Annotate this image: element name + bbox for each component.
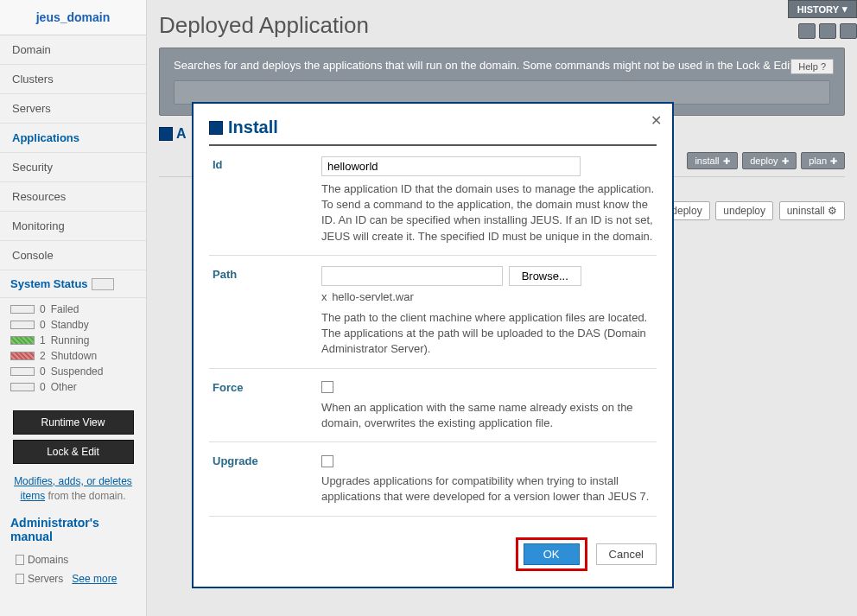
row-path: Path Browse... x hello-servlet.war The p… [209,256,657,369]
status-suspended: 0Suspended [10,364,136,379]
path-desc: The path to the client machine where app… [321,310,657,358]
nav-security[interactable]: Security [0,153,146,182]
nav-servers[interactable]: Servers [0,94,146,124]
label-path: Path [209,266,321,358]
status-other: 0Other [10,379,136,395]
row-force: Force When an application with the same … [209,369,657,443]
status-running: 1Running [10,333,136,348]
plus-icon: ✚ [830,156,837,166]
row-id: Id The application ID that the domain us… [209,146,657,256]
lock-edit-button[interactable]: Lock & Edit [13,440,134,464]
help-icon: ? [821,61,826,72]
runtime-view-button[interactable]: Runtime View [13,410,134,435]
square-icon [209,121,223,135]
plan-button[interactable]: plan✚ [801,152,845,169]
cancel-button[interactable]: Cancel [596,543,657,565]
manual-servers[interactable]: Servers See more [0,569,146,588]
row-upgrade: Upgrade Upgrades applications for compat… [209,442,657,517]
gear-icon: ⚙ [828,205,837,217]
refresh-icon[interactable] [92,278,114,290]
help-button[interactable]: Help ? [790,59,834,74]
force-checkbox[interactable] [321,381,333,393]
deploy-button[interactable]: deploy✚ [742,152,796,169]
doc-icon [16,555,24,565]
search-row[interactable] [174,80,830,105]
doc-icon [16,574,24,584]
export-icon[interactable] [840,23,857,39]
page-title: Deployed Application [159,0,845,48]
square-icon [159,127,173,141]
xml-icon[interactable] [819,23,836,39]
history-button[interactable]: HISTORY ▾ [788,0,857,18]
uninstall-button[interactable]: uninstall ⚙ [779,201,845,220]
nav-monitoring[interactable]: Monitoring [0,212,146,241]
modify-hint: Modifies, adds, or deletes items from th… [0,469,146,509]
status-failed: 0Failed [10,302,136,317]
id-input[interactable] [321,156,581,176]
status-list: 0Failed 0Standby 1Running 2Shutdown 0Sus… [0,297,146,405]
label-upgrade: Upgrade [209,453,321,505]
path-input[interactable] [321,266,503,286]
ok-button[interactable]: OK [524,543,580,565]
id-desc: The application ID that the domain uses … [321,181,657,244]
plus-icon: ✚ [723,156,730,166]
install-button[interactable]: install✚ [687,152,737,169]
chevron-down-icon: ▾ [842,3,847,15]
domain-title[interactable]: jeus_domain [0,0,146,35]
ok-highlight: OK [516,537,587,571]
status-standby: 0Standby [10,317,136,333]
file-name: hello-servlet.war [332,290,414,303]
upgrade-desc: Upgrades applications for compatibility … [321,473,657,505]
undeploy-button[interactable]: undeploy [715,201,773,220]
close-icon[interactable]: ✕ [651,112,662,129]
force-desc: When an application with the same name a… [321,400,657,431]
nav-domain[interactable]: Domain [0,35,146,65]
status-shutdown: 2Shutdown [10,348,136,364]
upgrade-checkbox[interactable] [321,455,333,467]
plus-icon: ✚ [782,156,789,166]
label-id: Id [209,156,321,244]
browse-button[interactable]: Browse... [509,266,581,286]
nav-resources[interactable]: Resources [0,182,146,212]
refresh-icon[interactable] [798,23,816,39]
manual-title: Administrator's manual [0,509,146,550]
nav-applications[interactable]: Applications [0,124,146,153]
modal-title: Install [209,117,657,146]
see-more-link[interactable]: See more [72,573,117,585]
install-modal: ✕ Install Id The application ID that the… [192,102,674,588]
nav-clusters[interactable]: Clusters [0,65,146,94]
manual-domains[interactable]: Domains [0,550,146,569]
sidebar: jeus_domain Domain Clusters Servers Appl… [0,0,147,616]
system-status-title: System Status [0,270,146,294]
label-force: Force [209,379,321,432]
nav-console[interactable]: Console [0,241,146,270]
remove-file-icon[interactable]: x [321,290,327,303]
